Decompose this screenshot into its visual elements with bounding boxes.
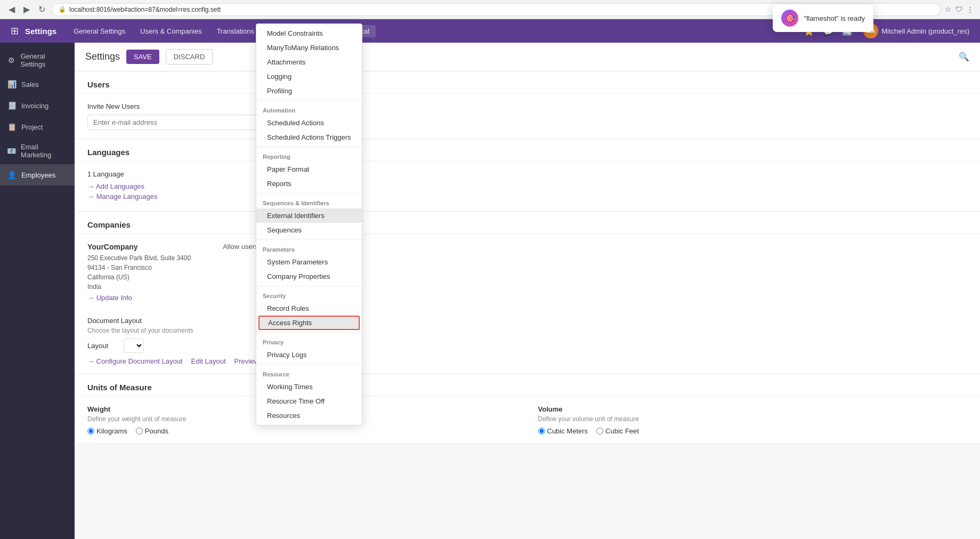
save-button[interactable]: SAVE bbox=[126, 50, 159, 64]
volume-cubic-ft-option[interactable]: Cubic Feet bbox=[596, 427, 639, 435]
sidebar-item-general[interactable]: ⚙ General Settings bbox=[0, 47, 75, 74]
weight-kg-option[interactable]: Kilograms bbox=[87, 427, 127, 435]
sidebar-item-email-label: Email Marketing bbox=[21, 143, 68, 159]
general-settings-icon: ⚙ bbox=[6, 55, 16, 66]
volume-cubic-m-option[interactable]: Cubic Meters bbox=[538, 427, 588, 435]
units-two-col: Weight Define your weight unit of measur… bbox=[87, 405, 967, 435]
divider-2 bbox=[256, 147, 362, 147]
companies-section-header: Companies bbox=[75, 212, 980, 234]
volume-title: Volume bbox=[538, 405, 968, 413]
dropdown-item-company-properties[interactable]: Company Properties bbox=[256, 269, 362, 284]
sales-icon: 📊 bbox=[6, 79, 17, 90]
extension-icon[interactable]: 🛡 bbox=[955, 5, 962, 13]
volume-radio-group: Cubic Meters Cubic Feet bbox=[538, 427, 968, 435]
dropdown-item-external-identifiers[interactable]: External Identifiers bbox=[256, 208, 362, 223]
dropdown-item-model-constraints[interactable]: Model Constraints bbox=[256, 26, 362, 41]
units-section: Units of Measure Weight Define your weig… bbox=[75, 374, 980, 444]
section-automation: Automation bbox=[256, 103, 362, 116]
sidebar-item-project[interactable]: 📋 Project bbox=[0, 116, 75, 138]
configure-layout-link[interactable]: → Configure Document Layout bbox=[87, 357, 182, 365]
notification-toast: 🎯 "flameshot" is ready bbox=[773, 4, 873, 32]
address-line1: 250 Executive Park Blvd, Suite 3400 bbox=[87, 253, 191, 263]
grid-icon[interactable]: ⊞ bbox=[6, 23, 23, 39]
user-menu[interactable]: MA Mitchell Admin (product_res) bbox=[859, 21, 974, 41]
section-reporting: Reporting bbox=[256, 149, 362, 162]
back-button[interactable]: ◀ bbox=[6, 2, 17, 17]
sidebar-item-employees-label: Employees bbox=[21, 171, 55, 179]
volume-cubic-m-label: Cubic Meters bbox=[547, 427, 588, 435]
weight-lb-radio[interactable] bbox=[136, 428, 143, 435]
sidebar-item-project-label: Project bbox=[21, 123, 43, 131]
volume-cubic-ft-radio[interactable] bbox=[596, 428, 603, 435]
dropdown-item-resources[interactable]: Resources bbox=[256, 408, 362, 423]
sidebar-item-sales[interactable]: 📊 Sales bbox=[0, 74, 75, 95]
sidebar-item-general-label: General Settings bbox=[20, 52, 68, 68]
url-icon: 🔒 bbox=[59, 6, 66, 13]
dropdown-item-record-rules[interactable]: Record Rules bbox=[256, 301, 362, 316]
dropdown-item-system-parameters[interactable]: System Parameters bbox=[256, 255, 362, 269]
units-section-body: Weight Define your weight unit of measur… bbox=[75, 397, 980, 444]
dropdown-item-resource-time-off[interactable]: Resource Time Off bbox=[256, 394, 362, 408]
project-icon: 📋 bbox=[6, 122, 17, 132]
address-line2: 94134 - San Francisco bbox=[87, 263, 191, 272]
email-input[interactable] bbox=[87, 115, 258, 130]
divider-6 bbox=[256, 332, 362, 333]
email-marketing-icon: 📧 bbox=[6, 146, 17, 156]
dropdown-item-reports[interactable]: Reports bbox=[256, 176, 362, 191]
divider-3 bbox=[256, 193, 362, 194]
company-info: YourCompany 250 Executive Park Blvd, Sui… bbox=[87, 243, 191, 304]
divider-7 bbox=[256, 364, 362, 365]
browser-actions: ☆ 🛡 ⋮ bbox=[945, 5, 974, 13]
main-layout: ⚙ General Settings 📊 Sales 🧾 Invoicing 📋… bbox=[0, 43, 980, 539]
nav-translations[interactable]: Translations bbox=[210, 25, 261, 37]
refresh-button[interactable]: ↻ bbox=[36, 2, 47, 17]
users-section: Users Invite New Users # Free Users ❓ bbox=[75, 71, 980, 139]
sidebar-item-invoicing[interactable]: 🧾 Invoicing bbox=[0, 95, 75, 116]
main-content: Settings SAVE DISCARD 🔍 Users Invite New… bbox=[75, 43, 980, 539]
dropdown-item-scheduled-actions[interactable]: Scheduled Actions bbox=[256, 116, 362, 130]
layout-select[interactable] bbox=[124, 339, 144, 353]
forward-button[interactable]: ▶ bbox=[21, 2, 32, 17]
address-line4: India bbox=[87, 282, 191, 292]
nav-users-companies[interactable]: Users & Companies bbox=[134, 25, 208, 37]
dropdown-item-attachments[interactable]: Attachments bbox=[256, 55, 362, 69]
doc-layout-title: Document Layout bbox=[87, 317, 967, 325]
update-info-link[interactable]: Update Info bbox=[87, 294, 191, 302]
dropdown-item-logging[interactable]: Logging bbox=[256, 69, 362, 84]
dropdown-item-privacy-logs[interactable]: Privacy Logs bbox=[256, 348, 362, 362]
company-name: YourCompany bbox=[87, 243, 191, 251]
sidebar-item-employees[interactable]: 👤 Employees bbox=[0, 164, 75, 186]
bookmark-icon[interactable]: ☆ bbox=[945, 5, 951, 13]
sidebar-item-email-marketing[interactable]: 📧 Email Marketing bbox=[0, 138, 75, 164]
manage-languages-link[interactable]: Manage Languages bbox=[87, 192, 967, 200]
menu-icon[interactable]: ⋮ bbox=[967, 5, 974, 13]
companies-section-body: YourCompany 250 Executive Park Blvd, Sui… bbox=[75, 234, 980, 374]
dropdown-item-profiling[interactable]: Profiling bbox=[256, 84, 362, 98]
discard-button[interactable]: DISCARD bbox=[166, 49, 213, 65]
notification-avatar: 🎯 bbox=[781, 10, 798, 27]
employees-icon: 👤 bbox=[6, 170, 17, 180]
section-parameters: Parameters bbox=[256, 242, 362, 255]
section-sequences: Sequences & Identifiers bbox=[256, 196, 362, 208]
dropdown-item-access-rights[interactable]: Access Rights bbox=[258, 316, 360, 330]
volume-cubic-m-radio[interactable] bbox=[538, 428, 545, 435]
document-layout-group: Document Layout Choose the layout of you… bbox=[87, 317, 967, 365]
dropdown-item-working-times[interactable]: Working Times bbox=[256, 380, 362, 394]
volume-cubic-ft-label: Cubic Feet bbox=[605, 427, 639, 435]
add-languages-link[interactable]: Add Languages bbox=[87, 182, 967, 190]
divider-1 bbox=[256, 100, 362, 101]
dropdown-item-scheduled-triggers[interactable]: Scheduled Actions Triggers bbox=[256, 130, 362, 144]
languages-section-body: 1 Language Add Languages Manage Language… bbox=[75, 162, 980, 211]
edit-layout-link[interactable]: Edit Layout bbox=[191, 357, 225, 365]
dropdown-item-paper-format[interactable]: Paper Format bbox=[256, 162, 362, 176]
weight-lb-option[interactable]: Pounds bbox=[136, 427, 168, 435]
notification-text: "flameshot" is ready bbox=[804, 14, 865, 22]
weight-kg-radio[interactable] bbox=[87, 428, 94, 435]
section-privacy: Privacy bbox=[256, 335, 362, 348]
section-resource: Resource bbox=[256, 367, 362, 380]
user-name: Mitchell Admin (product_res) bbox=[881, 27, 969, 35]
url-text: localhost:8016/web#action=87&model=res.c… bbox=[69, 6, 221, 13]
dropdown-item-manytomany[interactable]: ManyToMany Relations bbox=[256, 41, 362, 55]
dropdown-item-sequences[interactable]: Sequences bbox=[256, 223, 362, 237]
nav-general-settings[interactable]: General Settings bbox=[67, 25, 132, 37]
